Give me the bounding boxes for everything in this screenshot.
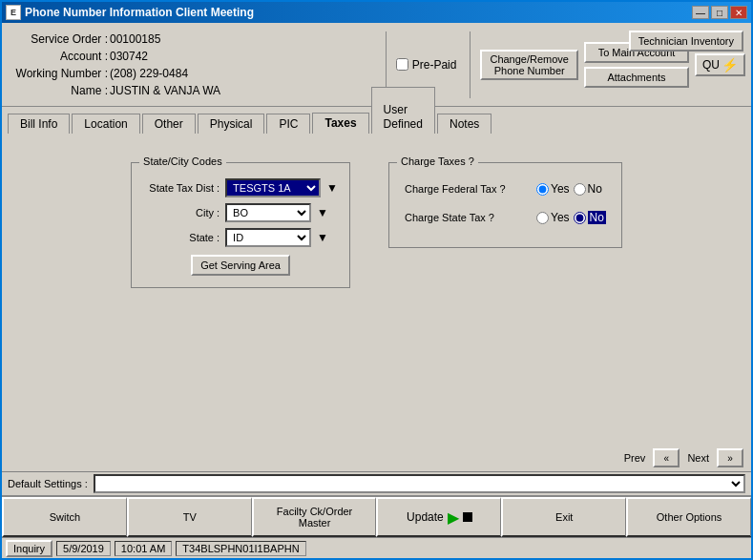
status-code: T34BLSPHN01I1BAPHN xyxy=(176,541,305,556)
exit-button[interactable]: Exit xyxy=(501,497,626,537)
state-tax-no-radio[interactable] xyxy=(574,212,586,224)
name-value: JUSTIN & VANJA WA xyxy=(110,82,220,99)
charge-taxes-group: Charge Taxes ? Charge Federal Tax ? Yes … xyxy=(388,162,622,248)
tab-user-defined[interactable]: User Defined xyxy=(371,87,435,134)
federal-tax-no-option[interactable]: No xyxy=(574,182,602,196)
tv-button[interactable]: TV xyxy=(127,497,252,537)
update-label: Update xyxy=(407,510,444,524)
title-bar-controls: — □ ✕ xyxy=(692,6,747,19)
window-title: Phone Number Information Client Meeting xyxy=(25,6,254,19)
main-content: State/City Codes State Tax Dist : TESGTS… xyxy=(11,143,742,435)
next-button[interactable]: » xyxy=(717,448,743,467)
working-number-label: Working Number : xyxy=(8,65,108,82)
other-options-button[interactable]: Other Options xyxy=(626,497,751,537)
state-tax-yes-label: Yes xyxy=(551,211,570,224)
prepaid-area: Pre-Paid xyxy=(396,58,457,72)
main-window: E Phone Number Information Client Meetin… xyxy=(0,0,753,560)
state-tax-no-option[interactable]: No xyxy=(574,211,606,224)
status-bar: Inquiry 5/9/2019 10:01 AM T34BLSPHN01I1B… xyxy=(2,537,751,558)
account-row: Account : 030742 xyxy=(8,48,376,65)
default-settings-bar: Default Settings : xyxy=(2,471,751,495)
toolbar-divider2 xyxy=(470,31,471,98)
city-label: City : xyxy=(143,207,220,218)
state-row: State : ID ▼ xyxy=(143,228,338,247)
prev-label: Prev xyxy=(624,452,646,464)
default-settings-select[interactable] xyxy=(94,474,745,493)
play-icon: ▶ xyxy=(448,508,459,527)
maximize-button[interactable]: □ xyxy=(711,6,728,19)
service-order-row: Service Order : 00100185 xyxy=(8,31,376,48)
app-icon: E xyxy=(6,5,21,20)
prev-button[interactable]: « xyxy=(653,448,680,467)
federal-tax-radio-group: Yes No xyxy=(536,182,602,196)
status-time: 10:01 AM xyxy=(115,541,172,556)
working-number-row: Working Number : (208) 229-0484 xyxy=(8,65,376,82)
tab-location[interactable]: Location xyxy=(72,114,139,134)
state-tax-yes-radio[interactable] xyxy=(536,212,549,224)
tab-notes[interactable]: Notes xyxy=(437,114,492,134)
tab-other[interactable]: Other xyxy=(142,114,196,134)
service-order-value: 00100185 xyxy=(110,31,160,48)
account-label: Account : xyxy=(8,48,108,65)
stop-icon xyxy=(463,512,472,522)
get-serving-area-button[interactable]: Get Serving Area xyxy=(191,255,290,276)
close-button[interactable]: ✕ xyxy=(730,6,747,19)
info-section: Service Order : 00100185 Account : 03074… xyxy=(8,31,376,99)
state-city-group-title: State/City Codes xyxy=(139,156,226,167)
bottom-toolbar: Switch TV Facilty Ck/Order Master Update… xyxy=(2,495,751,537)
state-tax-yes-option[interactable]: Yes xyxy=(536,211,570,224)
city-row: City : BO ▼ xyxy=(143,203,338,222)
content-area: State/City Codes State Tax Dist : TESGTS… xyxy=(2,134,751,445)
center-buttons: Change/Remove Phone Number xyxy=(480,50,578,80)
state-tax-dist-label: State Tax Dist : xyxy=(143,182,220,194)
dropdown-arrow-city: ▼ xyxy=(317,206,328,219)
tab-bill-info[interactable]: Bill Info xyxy=(8,114,70,134)
state-tax-no-label: No xyxy=(588,211,606,224)
state-label: State : xyxy=(143,232,220,243)
default-settings-label: Default Settings : xyxy=(8,478,88,489)
switch-button[interactable]: Switch xyxy=(2,497,127,537)
federal-tax-yes-label: Yes xyxy=(551,182,570,196)
nav-area: Prev « Next » xyxy=(2,445,751,471)
title-bar: E Phone Number Information Client Meetin… xyxy=(2,2,751,23)
city-select[interactable]: BO xyxy=(225,203,311,222)
tab-physical[interactable]: Physical xyxy=(198,114,265,134)
title-bar-left: E Phone Number Information Client Meetin… xyxy=(6,5,254,20)
name-label: Name : xyxy=(8,82,108,99)
federal-tax-label: Charge Federal Tax ? xyxy=(405,183,529,195)
prepaid-checkbox[interactable] xyxy=(396,58,408,71)
inquiry-button[interactable]: Inquiry xyxy=(6,540,52,557)
qu-label: QU xyxy=(702,58,720,72)
attachments-button[interactable]: Attachments xyxy=(584,67,689,88)
qu-icon: ⚡ xyxy=(722,57,738,73)
qu-button[interactable]: QU ⚡ xyxy=(695,53,745,76)
dropdown-arrow-state: ▼ xyxy=(317,231,328,244)
state-select[interactable]: ID xyxy=(225,228,311,247)
federal-tax-no-radio[interactable] xyxy=(574,183,586,196)
federal-tax-row: Charge Federal Tax ? Yes No xyxy=(401,178,610,199)
status-date: 5/9/2019 xyxy=(56,541,111,556)
federal-tax-yes-radio[interactable] xyxy=(536,183,549,196)
next-label: Next xyxy=(687,452,709,464)
change-remove-button[interactable]: Change/Remove Phone Number xyxy=(480,50,578,80)
state-tax-label: Charge State Tax ? xyxy=(405,212,529,223)
tab-taxes[interactable]: Taxes xyxy=(312,113,368,134)
technician-inventory-button[interactable]: Technician Inventory xyxy=(629,31,743,52)
tabs-area: Bill Info Location Other Physical PIC Ta… xyxy=(2,107,751,134)
tab-pic[interactable]: PIC xyxy=(266,114,310,134)
facility-button[interactable]: Facilty Ck/Order Master xyxy=(252,497,377,537)
charge-taxes-group-title: Charge Taxes ? xyxy=(397,156,478,167)
state-tax-dist-select[interactable]: TESGTS 1A xyxy=(225,178,321,197)
federal-tax-no-label: No xyxy=(588,182,602,196)
dropdown-arrow-state-tax: ▼ xyxy=(326,181,338,195)
get-serving-area-area: Get Serving Area xyxy=(143,255,338,276)
prepaid-label: Pre-Paid xyxy=(412,58,457,72)
name-row: Name : JUSTIN & VANJA WA xyxy=(8,82,376,99)
federal-tax-yes-option[interactable]: Yes xyxy=(536,182,570,196)
update-button[interactable]: Update ▶ xyxy=(376,497,501,537)
state-tax-row: Charge State Tax ? Yes No xyxy=(401,207,610,228)
state-tax-dist-row: State Tax Dist : TESGTS 1A ▼ xyxy=(143,178,338,197)
state-city-group: State/City Codes State Tax Dist : TESGTS… xyxy=(131,162,350,288)
minimize-button[interactable]: — xyxy=(692,6,709,19)
account-value: 030742 xyxy=(110,48,148,65)
